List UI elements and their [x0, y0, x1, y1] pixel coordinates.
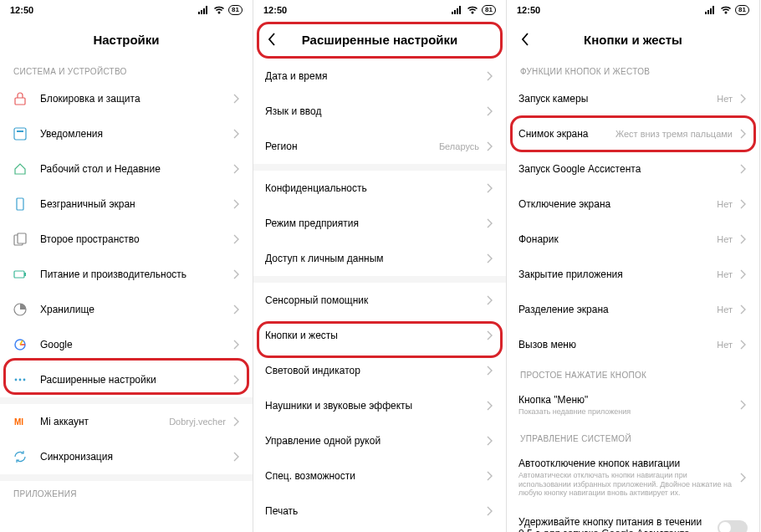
svg-rect-0	[15, 98, 25, 105]
row-label: Наушники и звуковые эффекты	[265, 400, 484, 412]
row-lock-security[interactable]: Блокировка и защита	[0, 81, 253, 116]
chevron-right-icon	[738, 400, 748, 410]
row-personal-data[interactable]: Доступ к личным данным	[253, 241, 506, 276]
row-hold-power[interactable]: Удерживайте кнопку питания в течении 0.5…	[507, 507, 759, 532]
chevron-right-icon	[738, 164, 748, 174]
screen-buttons-gestures: 12:50 81 Кнопки и жесты ФУНКЦИИ КНОПОК И…	[507, 0, 760, 532]
row-screen-off[interactable]: Отключение экрана Нет	[507, 187, 759, 222]
chevron-right-icon	[231, 129, 241, 139]
row-accessibility[interactable]: Спец. возможности	[253, 458, 506, 494]
lock-icon	[12, 90, 28, 107]
back-button[interactable]	[515, 29, 535, 49]
row-split-screen[interactable]: Разделение экрана Нет	[507, 292, 759, 327]
row-mi-account[interactable]: MI Mi аккаунт Dobryj.vecher	[0, 404, 253, 439]
row-notifications[interactable]: Уведомления	[0, 116, 253, 151]
row-label: Сенсорный помощник	[265, 294, 484, 306]
status-right: 81	[198, 5, 243, 15]
chevron-right-icon	[484, 436, 494, 446]
row-auto-disable-nav[interactable]: Автоотключение кнопок навигации Автомати…	[507, 448, 759, 507]
row-close-app[interactable]: Закрытие приложения Нет	[507, 257, 759, 292]
svg-rect-1	[14, 128, 26, 140]
row-value: Нет	[717, 94, 733, 104]
row-camera-launch[interactable]: Запуск камеры Нет	[507, 81, 759, 116]
row-value: Нет	[717, 304, 733, 315]
chevron-right-icon	[484, 141, 494, 151]
row-led[interactable]: Световой индикатор	[253, 353, 506, 388]
gestures-list[interactable]: ФУНКЦИИ КНОПОК И ЖЕСТОВ Запуск камеры Не…	[507, 59, 759, 532]
advanced-list[interactable]: Дата и время Язык и ввод Регион Беларусь…	[253, 59, 506, 532]
row-second-space[interactable]: Второе пространство	[0, 222, 253, 257]
row-touch-assist[interactable]: Сенсорный помощник	[253, 283, 506, 318]
chevron-right-icon	[484, 401, 494, 411]
row-region[interactable]: Регион Беларусь	[253, 129, 506, 164]
row-label: Доступ к личным данным	[265, 253, 484, 264]
row-value: Жест вниз тремя пальцами	[615, 129, 733, 139]
row-enterprise[interactable]: Режим предприятия	[253, 206, 506, 241]
section-functions: ФУНКЦИИ КНОПОК И ЖЕСТОВ	[507, 59, 759, 81]
section-system-control: УПРАВЛЕНИЕ СИСТЕМОЙ	[507, 426, 759, 448]
status-time: 12:50	[517, 5, 540, 15]
settings-list[interactable]: СИСТЕМА И УСТРОЙСТВО Блокировка и защита…	[0, 59, 253, 532]
row-label: Вызов меню	[518, 339, 717, 350]
row-label: Расширенные настройки	[40, 374, 231, 386]
chevron-right-icon	[231, 269, 241, 279]
row-google-assistant[interactable]: Запуск Google Ассистента	[507, 151, 759, 187]
row-lang-input[interactable]: Язык и ввод	[253, 94, 506, 129]
chevron-right-icon	[231, 164, 241, 174]
battery-icon	[12, 266, 28, 283]
signal-icon	[198, 6, 210, 14]
toggle-hold-power[interactable]	[718, 520, 748, 532]
row-call-menu[interactable]: Вызов меню Нет	[507, 327, 759, 362]
row-home-recent[interactable]: Рабочий стол и Недавние	[0, 151, 253, 187]
chevron-right-icon	[484, 330, 494, 340]
row-headphones[interactable]: Наушники и звуковые эффекты	[253, 388, 506, 423]
wifi-icon	[467, 6, 478, 14]
row-flashlight[interactable]: Фонарик Нет	[507, 222, 759, 257]
notifications-icon	[12, 125, 28, 142]
chevron-right-icon	[231, 234, 241, 244]
row-label: Печать	[265, 505, 484, 517]
svg-point-10	[15, 379, 18, 381]
row-battery-perf[interactable]: Питание и производительность	[0, 257, 253, 292]
row-advanced-settings[interactable]: Расширенные настройки	[0, 362, 253, 397]
row-value: Нет	[717, 269, 733, 279]
svg-point-12	[23, 379, 26, 381]
row-label: Запуск камеры	[518, 93, 717, 105]
row-datetime[interactable]: Дата и время	[253, 59, 506, 94]
chevron-right-icon	[484, 295, 494, 305]
row-sync[interactable]: Синхронизация	[0, 439, 253, 474]
row-buttons-gestures[interactable]: Кнопки и жесты	[253, 318, 506, 353]
row-privacy[interactable]: Конфиденциальность	[253, 171, 506, 206]
chevron-right-icon	[484, 183, 494, 193]
signal-icon	[452, 6, 463, 14]
row-menu-button[interactable]: Кнопка "Меню" Показать недавние приложен…	[507, 385, 759, 426]
row-one-hand[interactable]: Управление одной рукой	[253, 423, 506, 458]
status-bar: 12:50 81	[253, 0, 506, 20]
row-screenshot[interactable]: Снимок экрана Жест вниз тремя пальцами	[507, 116, 759, 151]
svg-point-11	[19, 379, 22, 381]
chevron-right-icon	[231, 199, 241, 209]
row-label: Язык и ввод	[265, 105, 484, 117]
wifi-icon	[213, 6, 225, 14]
row-label: Безграничный экран	[40, 198, 231, 210]
status-bar: 12:50 81	[0, 0, 253, 20]
row-google[interactable]: Google	[0, 327, 253, 362]
row-label: Конфиденциальность	[265, 182, 484, 194]
row-label: Регион	[265, 141, 439, 152]
row-storage[interactable]: Хранилище	[0, 292, 253, 327]
mi-icon: MI	[12, 413, 28, 430]
page-title: Настройки	[93, 33, 159, 47]
row-label: Световой индикатор	[265, 365, 484, 376]
row-label: Запуск Google Ассистента	[518, 163, 738, 175]
row-label: Второе пространство	[40, 233, 231, 245]
chevron-right-icon	[738, 304, 748, 315]
chevron-right-icon	[231, 375, 241, 385]
row-fullscreen[interactable]: Безграничный экран	[0, 187, 253, 222]
screen-advanced: 12:50 81 Расширенные настройки Дата и вр…	[253, 0, 507, 532]
row-print[interactable]: Печать	[253, 494, 506, 529]
svg-rect-2	[17, 130, 23, 132]
back-button[interactable]	[262, 29, 282, 49]
divider	[0, 474, 253, 481]
status-bar: 12:50 81	[507, 0, 759, 20]
row-label: Дата и время	[265, 70, 484, 82]
